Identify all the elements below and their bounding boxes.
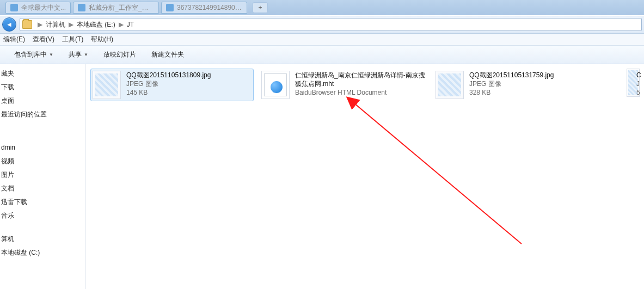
browser-tabs-bar: 全球最大中文... 私藏分析_工作室_百度知道 3673782149914890… xyxy=(0,0,644,15)
sidebar-item-computer[interactable]: 算机 xyxy=(0,233,85,245)
file-item[interactable]: QQ截图20151105131759.jpg JPEG 图像 328 KB xyxy=(433,69,597,101)
file-item[interactable]: 仁恒绿洲新岛_南京仁恒绿洲新岛详情-南京搜狐焦点网.mht BaiduBrows… xyxy=(259,69,428,101)
address-bar: ◄ ▶ 计算机 ▶ 本地磁盘 (E:) ▶ JT xyxy=(0,15,644,34)
tab-label: 私藏分析_工作室_百度知道 xyxy=(89,3,154,13)
file-size: 145 KB xyxy=(126,88,211,97)
sidebar-item-pictures[interactable]: 图片 xyxy=(0,169,85,181)
chevron-down-icon: ▼ xyxy=(49,52,53,57)
sidebar-item-videos[interactable]: 视频 xyxy=(0,155,85,167)
share-button[interactable]: 共享 ▼ xyxy=(69,50,88,59)
file-name: C xyxy=(636,71,644,79)
toolbar-label: 共享 xyxy=(69,50,82,59)
file-thumbnail xyxy=(436,71,464,99)
toolbar-label: 包含到库中 xyxy=(14,50,47,59)
sidebar-item-music[interactable]: 音乐 xyxy=(0,210,85,222)
navigation-sidebar: 藏夹 下载 桌面 最近访问的位置 dmin 视频 图片 文档 迅雷下载 音乐 算… xyxy=(0,64,86,289)
breadcrumb-folder[interactable]: JT xyxy=(126,21,135,28)
sidebar-item-label: dmin xyxy=(1,144,15,151)
sidebar-item-recent[interactable]: 最近访问的位置 xyxy=(0,108,85,120)
plus-icon: + xyxy=(259,4,262,11)
chevron-down-icon: ▼ xyxy=(84,52,88,57)
file-type: J xyxy=(636,79,644,88)
sidebar-item-label: 迅雷下载 xyxy=(1,198,27,207)
tab-label: 36737821499148907... xyxy=(177,4,242,11)
menu-help[interactable]: 帮助(H) xyxy=(91,35,113,44)
toolbar: 包含到库中 ▼ 共享 ▼ 放映幻灯片 新建文件夹 xyxy=(0,46,644,64)
arrow-left-icon: ◄ xyxy=(6,21,13,28)
file-size: 328 KB xyxy=(469,88,554,97)
sidebar-item-drive-c[interactable]: 本地磁盘 (C:) xyxy=(0,247,85,259)
file-name: QQ截图20151105131759.jpg xyxy=(469,71,554,79)
menu-edit[interactable]: 编辑(E) xyxy=(3,35,25,44)
file-meta: QQ截图20151105131809.jpg JPEG 图像 145 KB xyxy=(126,71,211,99)
slideshow-button[interactable]: 放映幻灯片 xyxy=(103,50,136,59)
file-item-selected[interactable]: QQ截图20151105131809.jpg JPEG 图像 145 KB xyxy=(90,69,254,101)
sidebar-item-label: 下载 xyxy=(1,83,14,92)
tab-favicon xyxy=(10,4,18,11)
new-folder-button[interactable]: 新建文件夹 xyxy=(151,50,184,59)
tab-1[interactable]: 全球最大中文... xyxy=(5,2,71,14)
sidebar-item-documents[interactable]: 文档 xyxy=(0,182,85,194)
file-meta: QQ截图20151105131759.jpg JPEG 图像 328 KB xyxy=(469,71,554,99)
toolbar-label: 放映幻灯片 xyxy=(103,50,136,59)
chevron-right-icon: ▶ xyxy=(38,21,42,28)
tab-favicon xyxy=(166,4,174,11)
sidebar-item-favorites[interactable]: 藏夹 xyxy=(0,67,85,79)
file-meta: 仁恒绿洲新岛_南京仁恒绿洲新岛详情-南京搜狐焦点网.mht BaiduBrows… xyxy=(295,71,426,99)
sidebar-item-label: 文档 xyxy=(1,184,14,193)
file-thumbnail xyxy=(261,71,290,99)
svg-line-0 xyxy=(354,103,522,244)
sidebar-item-label: 藏夹 xyxy=(1,69,14,78)
file-type: JPEG 图像 xyxy=(126,79,211,88)
tab-label: 全球最大中文... xyxy=(21,3,66,13)
menu-bar: 编辑(E) 查看(V) 工具(T) 帮助(H) xyxy=(0,34,644,46)
sidebar-item-desktop[interactable]: 桌面 xyxy=(0,95,85,107)
menu-tools[interactable]: 工具(T) xyxy=(62,35,83,44)
browser-icon xyxy=(271,81,283,93)
sidebar-item-downloads[interactable]: 下载 xyxy=(0,81,85,93)
sidebar-item-label: 音乐 xyxy=(1,211,14,220)
folder-icon xyxy=(22,20,32,29)
file-meta: C J 5 xyxy=(636,71,644,97)
file-name: QQ截图20151105131809.jpg xyxy=(126,71,211,79)
sidebar-item-label: 本地磁盘 (C:) xyxy=(1,248,40,257)
breadcrumb-root[interactable]: 计算机 xyxy=(45,20,66,29)
breadcrumb[interactable]: ▶ 计算机 ▶ 本地磁盘 (E:) ▶ JT xyxy=(20,18,642,31)
sidebar-item-label: 视频 xyxy=(1,157,14,166)
sidebar-item-label: 桌面 xyxy=(1,96,14,106)
sidebar-item-label: 算机 xyxy=(1,235,14,244)
body: 藏夹 下载 桌面 最近访问的位置 dmin 视频 图片 文档 迅雷下载 音乐 算… xyxy=(0,64,644,289)
file-type: JPEG 图像 xyxy=(469,79,554,88)
file-size: 5 xyxy=(636,88,644,97)
include-in-library-button[interactable]: 包含到库中 ▼ xyxy=(14,50,53,59)
sidebar-item-xunlei[interactable]: 迅雷下载 xyxy=(0,196,85,208)
sidebar-item-label: 最近访问的位置 xyxy=(1,110,47,119)
file-type: BaiduBrowser HTML Document xyxy=(295,88,426,97)
toolbar-label: 新建文件夹 xyxy=(151,50,184,59)
file-name: 仁恒绿洲新岛_南京仁恒绿洲新岛详情-南京搜狐焦点网.mht xyxy=(295,71,426,88)
file-thumbnail xyxy=(93,71,121,99)
tab-2[interactable]: 私藏分析_工作室_百度知道 xyxy=(73,2,159,14)
chevron-right-icon: ▶ xyxy=(119,21,124,28)
tab-favicon xyxy=(78,4,85,11)
file-list[interactable]: QQ截图20151105131809.jpg JPEG 图像 145 KB 仁恒… xyxy=(86,64,644,289)
back-button[interactable]: ◄ xyxy=(2,17,16,32)
sidebar-item-admin[interactable]: dmin xyxy=(0,142,85,153)
sidebar-item-label: 图片 xyxy=(1,170,14,180)
chevron-right-icon: ▶ xyxy=(69,21,73,28)
new-tab-button[interactable]: + xyxy=(253,2,268,13)
tab-3[interactable]: 36737821499148907... xyxy=(161,2,247,14)
breadcrumb-drive[interactable]: 本地磁盘 (E:) xyxy=(76,20,116,29)
menu-view[interactable]: 查看(V) xyxy=(33,35,54,44)
